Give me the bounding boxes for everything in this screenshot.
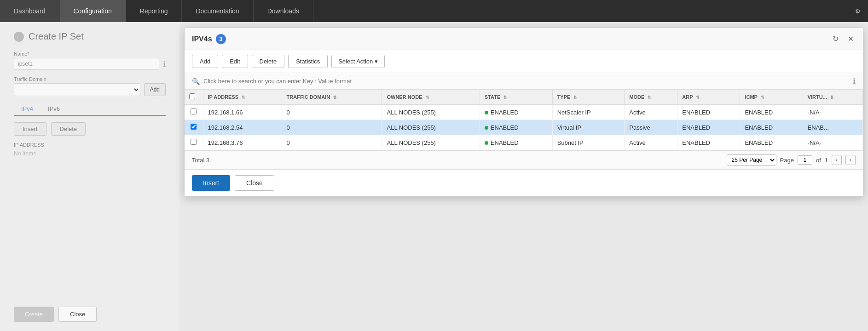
row-traffic-domain: 0 [282, 135, 382, 150]
table-row[interactable]: 192.168.1.66 0 ALL NODES (255) ENABLED N… [185, 104, 863, 120]
statistics-button[interactable]: Statistics [288, 55, 328, 68]
settings-icon[interactable]: ⚙ [848, 0, 868, 22]
pagination: 25 Per Page 10 Per Page 50 Per Page 100 … [727, 154, 856, 166]
row-arp: ENABLED [677, 120, 740, 135]
prev-page-button[interactable]: ‹ [832, 155, 842, 165]
row-mode: Passive [625, 120, 677, 135]
row-checkbox-cell [185, 135, 203, 150]
tab-ipv6[interactable]: IPv6 [41, 103, 67, 115]
row-mode: Active [625, 104, 677, 120]
sort-icon-state[interactable]: ⇅ [503, 95, 507, 100]
per-page-select[interactable]: 25 Per Page 10 Per Page 50 Per Page 100 … [727, 154, 776, 166]
nav-tab-reporting[interactable]: Reporting [126, 0, 182, 22]
row-checkbox[interactable] [191, 108, 197, 114]
insert-main-button[interactable]: Insert [192, 175, 230, 191]
ipv4-insert-btn[interactable]: Insert [14, 122, 46, 136]
close-modal-button[interactable]: ✕ [846, 34, 856, 44]
next-page-button[interactable]: › [845, 155, 856, 165]
create-ip-set-form: ← Create IP Set Name* ℹ Traffic Domain A… [0, 22, 179, 331]
sort-icon-type[interactable]: ⇅ [573, 95, 577, 100]
chevron-down-icon: ▾ [375, 58, 378, 65]
header-checkbox-cell [185, 90, 203, 104]
row-ip-address: 192.168.2.54 [203, 120, 282, 135]
row-checkbox-cell [185, 104, 203, 120]
status-dot-icon [485, 111, 488, 114]
row-checkbox[interactable] [191, 124, 197, 130]
row-virtual: -N/A- [803, 104, 862, 120]
sort-icon-arp[interactable]: ⇅ [696, 95, 700, 100]
row-checkbox[interactable] [191, 139, 197, 145]
traffic-domain-select[interactable] [14, 83, 140, 96]
name-label: Name* [14, 51, 166, 57]
header-icmp: ICMP ⇅ [740, 90, 803, 104]
sort-icon-virtual[interactable]: ⇅ [830, 95, 834, 100]
nav-tab-configuration[interactable]: Configuration [60, 0, 126, 22]
select-action-button[interactable]: Select Action ▾ [331, 55, 385, 68]
header-arp: ARP ⇅ [677, 90, 740, 104]
row-mode: Active [625, 135, 677, 150]
ipv-tabs: IPv4 IPv6 [14, 103, 166, 116]
add-button[interactable]: Add [192, 55, 218, 68]
table-footer: Total 3 25 Per Page 10 Per Page 50 Per P… [185, 150, 863, 169]
name-input[interactable] [14, 58, 159, 70]
nav-tab-downloads[interactable]: Downloads [254, 0, 313, 22]
row-type: NetScaler IP [552, 104, 625, 120]
row-state: ENABLED [480, 135, 552, 150]
ip-address-label: IP ADDRESS [14, 142, 166, 148]
total-text: Total 3 [192, 157, 209, 164]
ipv4-delete-btn[interactable]: Delete [51, 122, 86, 136]
header-mode: MODE ⇅ [625, 90, 677, 104]
modal-badge: 3 [216, 34, 226, 44]
row-arp: ENABLED [677, 104, 740, 120]
sort-icon-ip[interactable]: ⇅ [242, 95, 245, 100]
row-state: ENABLED [480, 104, 552, 120]
modal-header-actions: ↻ ✕ [831, 34, 856, 44]
table-header: IP ADDRESS ⇅ TRAFFIC DOMAIN ⇅ OWNER NODE… [185, 90, 863, 104]
row-traffic-domain: 0 [282, 104, 382, 120]
traffic-domain-add-btn[interactable]: Add [144, 83, 166, 96]
delete-button[interactable]: Delete [252, 55, 285, 68]
header-ip-address: IP ADDRESS ⇅ [203, 90, 282, 104]
row-type: Virtual IP [552, 120, 625, 135]
header-virtual: VIRTU... ⇅ [803, 90, 862, 104]
close-bg-button[interactable]: Close [58, 307, 97, 322]
modal-footer-buttons: Insert Close [185, 169, 863, 196]
row-virtual: ENAB... [803, 120, 862, 135]
row-ip-address: 192.168.3.76 [203, 135, 282, 150]
nav-tab-documentation[interactable]: Documentation [182, 0, 253, 22]
page-input[interactable] [798, 155, 812, 165]
row-owner-node: ALL NODES (255) [382, 120, 480, 135]
header-type: TYPE ⇅ [552, 90, 625, 104]
select-action-label: Select Action [338, 58, 373, 65]
of-label: of [816, 157, 821, 164]
tab-ipv4[interactable]: IPv4 [14, 103, 41, 116]
nav-tab-dashboard[interactable]: Dashboard [0, 0, 60, 22]
table-row[interactable]: 192.168.3.76 0 ALL NODES (255) ENABLED S… [185, 135, 863, 150]
search-input[interactable] [203, 78, 853, 85]
page-total: 1 [825, 157, 828, 164]
row-owner-node: ALL NODES (255) [382, 135, 480, 150]
table-row[interactable]: 192.168.2.54 0 ALL NODES (255) ENABLED V… [185, 120, 863, 135]
top-navigation: Dashboard Configuration Reporting Docume… [0, 0, 868, 22]
sort-icon-td[interactable]: ⇅ [333, 95, 337, 100]
create-button[interactable]: Create [14, 307, 54, 322]
modal-title: IPV4s [192, 35, 212, 43]
row-traffic-domain: 0 [282, 120, 382, 135]
close-modal-btn[interactable]: Close [235, 175, 274, 191]
sort-icon-mode[interactable]: ⇅ [648, 95, 651, 100]
select-all-checkbox[interactable] [189, 93, 195, 99]
edit-button[interactable]: Edit [222, 55, 248, 68]
row-icmp: ENABLED [740, 104, 803, 120]
refresh-button[interactable]: ↻ [831, 34, 840, 44]
sort-icon-on[interactable]: ⇅ [426, 95, 429, 100]
status-dot-icon [485, 141, 488, 145]
modal-header: IPV4s 3 ↻ ✕ [185, 28, 863, 50]
info-icon: ℹ [163, 60, 166, 68]
row-icmp: ENABLED [740, 120, 803, 135]
sort-icon-icmp[interactable]: ⇅ [761, 95, 764, 100]
row-owner-node: ALL NODES (255) [382, 104, 480, 120]
row-type: Subnet IP [552, 135, 625, 150]
form-title: ← Create IP Set [14, 31, 166, 42]
back-icon[interactable]: ← [14, 32, 24, 42]
search-info-icon[interactable]: ℹ [853, 77, 856, 86]
